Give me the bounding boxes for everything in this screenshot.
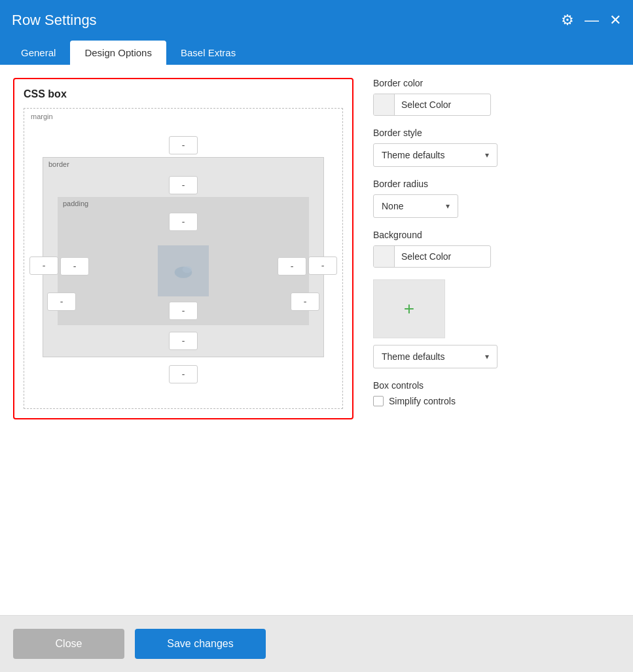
border-left-btn[interactable]: -	[47, 292, 76, 311]
simplify-label: Simplify controls	[389, 396, 456, 406]
tab-basel-extras[interactable]: Basel Extras	[166, 41, 250, 65]
border-color-btn[interactable]: Select Color	[373, 94, 491, 116]
margin-bottom-btn[interactable]: -	[169, 365, 198, 383]
border-label: border	[48, 160, 69, 168]
padding-bottom-row: -	[60, 302, 306, 320]
border-top-btn[interactable]: -	[169, 176, 198, 194]
second-dropdown-group: Theme defaults ▾	[373, 345, 620, 368]
border-style-label: Border style	[373, 128, 620, 138]
border-color-btn-text: Select Color	[395, 99, 458, 110]
border-style-dropdown[interactable]: Theme defaults ▾	[373, 143, 497, 167]
tab-design-options[interactable]: Design Options	[70, 41, 166, 65]
image-placeholder[interactable]: +	[373, 279, 445, 338]
background-group: Background Select Color	[373, 230, 620, 268]
margin-bottom-row: -	[29, 365, 337, 383]
padding-left-btn[interactable]: -	[60, 257, 89, 275]
border-color-label: Border color	[373, 78, 620, 88]
box-model-diagram: margin - border - padding	[24, 108, 343, 409]
border-bottom-row: -	[47, 332, 319, 350]
right-panel: Border color Select Color Border style T…	[373, 78, 620, 602]
footer: Close Save changes	[0, 615, 633, 672]
minimize-icon[interactable]: —	[585, 13, 599, 27]
background-label: Background	[373, 230, 620, 240]
simplify-controls-row[interactable]: Simplify controls	[373, 396, 620, 406]
padding-section: padding - -	[58, 197, 309, 325]
border-bottom-btn[interactable]: -	[169, 332, 198, 350]
css-box-container: CSS box margin - border - pad	[13, 78, 353, 419]
border-radius-value: None	[382, 201, 403, 211]
page-title: Row Settings	[12, 12, 97, 29]
border-radius-label: Border radius	[373, 179, 620, 189]
padding-middle-row: - -	[60, 234, 306, 299]
content-area	[158, 245, 209, 296]
add-image-icon: +	[404, 298, 414, 319]
margin-right-btn[interactable]: -	[308, 256, 337, 275]
second-dropdown[interactable]: Theme defaults ▾	[373, 345, 497, 368]
background-color-btn[interactable]: Select Color	[373, 245, 491, 268]
border-color-swatch	[374, 94, 395, 116]
header-actions: ⚙ — ✕	[561, 13, 621, 27]
content-icon	[169, 256, 198, 285]
tabs-bar: General Design Options Basel Extras	[0, 41, 633, 65]
main-content: CSS box margin - border - pad	[0, 65, 633, 615]
chevron-down-icon: ▾	[485, 150, 489, 160]
background-color-swatch	[374, 245, 395, 268]
margin-top-row: -	[29, 136, 337, 154]
chevron-down-icon-2: ▾	[446, 202, 450, 211]
margin-label: margin	[31, 113, 53, 120]
box-controls-label: Box controls	[373, 380, 620, 391]
tab-general[interactable]: General	[7, 41, 70, 65]
gear-icon[interactable]: ⚙	[561, 13, 574, 27]
close-icon[interactable]: ✕	[609, 13, 621, 27]
box-controls-group: Box controls Simplify controls	[373, 380, 620, 406]
padding-top-btn[interactable]: -	[169, 213, 198, 231]
left-panel: CSS box margin - border - pad	[13, 78, 353, 602]
border-style-group: Border style Theme defaults ▾	[373, 128, 620, 167]
close-button[interactable]: Close	[13, 629, 124, 659]
border-radius-dropdown[interactable]: None ▾	[373, 194, 458, 218]
save-button[interactable]: Save changes	[135, 629, 266, 659]
padding-label: padding	[63, 200, 88, 207]
border-right-btn[interactable]: -	[291, 292, 319, 311]
header: Row Settings ⚙ — ✕	[0, 0, 633, 41]
chevron-down-icon-3: ▾	[485, 352, 489, 361]
svg-point-1	[183, 266, 192, 273]
border-top-row: -	[47, 176, 319, 194]
border-radius-group: Border radius None ▾	[373, 179, 620, 218]
border-style-value: Theme defaults	[382, 150, 445, 160]
simplify-checkbox[interactable]	[373, 396, 384, 406]
margin-top-btn[interactable]: -	[169, 136, 198, 154]
margin-left-btn[interactable]: -	[29, 256, 58, 275]
background-color-btn-text: Select Color	[395, 251, 458, 262]
border-section: border - padding - -	[43, 157, 324, 357]
padding-bottom-btn[interactable]: -	[169, 302, 198, 320]
padding-top-row: -	[60, 213, 306, 231]
css-box-label: CSS box	[24, 88, 343, 100]
padding-right-btn[interactable]: -	[278, 257, 306, 275]
second-dropdown-value: Theme defaults	[382, 351, 445, 362]
border-color-group: Border color Select Color	[373, 78, 620, 116]
